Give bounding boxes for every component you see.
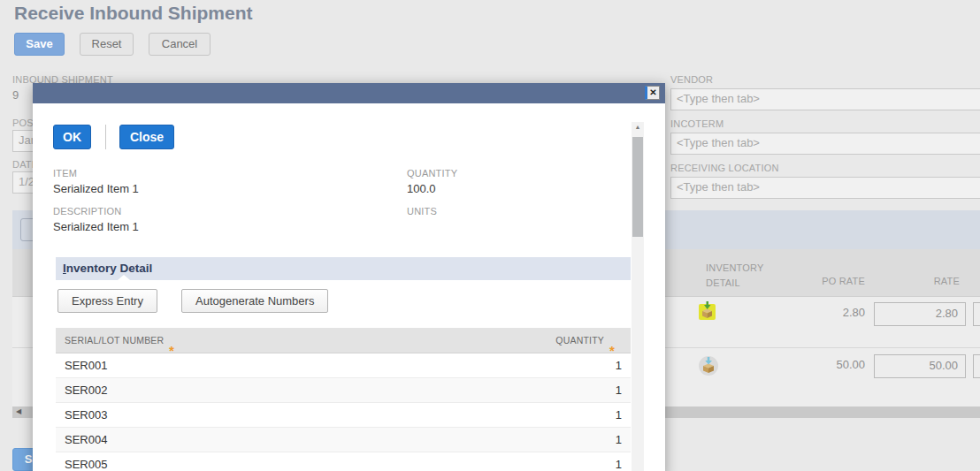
quantity-cell: 1 <box>616 384 622 397</box>
serial-table-body: SER0011SER0021SER0031SER0041SER0051 <box>56 353 631 471</box>
po-rate-value: 2.80 <box>796 306 865 319</box>
quantity-column-header: QUANTITY <box>555 335 604 346</box>
incoterm-label: INCOTERM <box>670 118 724 129</box>
scroll-left-icon[interactable]: ◀ <box>16 407 21 415</box>
dialog-tabstrip: Inventory Detail <box>56 257 631 280</box>
inventory-detail-assigned-icon[interactable] <box>698 300 716 324</box>
item-label: ITEM <box>53 168 77 179</box>
serial-lot-number-column-header: SERIAL/LOT NUMBER <box>65 335 164 346</box>
clipped-input[interactable] <box>973 354 980 378</box>
serial-table-row[interactable]: SER0041 <box>56 428 631 452</box>
cancel-button[interactable]: Cancel <box>149 33 211 56</box>
close-button[interactable]: Close <box>119 125 174 149</box>
serial-table-header: SERIAL/LOT NUMBER * QUANTITY * <box>56 328 631 353</box>
page-title: Receive Inbound Shipment <box>14 3 253 24</box>
receive-inbound-shipment-page: Receive Inbound Shipment Save Reset Canc… <box>0 0 980 471</box>
save-button[interactable]: Save <box>14 33 65 56</box>
serial-table-row[interactable]: SER0011 <box>56 353 631 378</box>
autogenerate-numbers-button[interactable]: Autogenerate Numbers <box>181 289 328 313</box>
rate-column-header: RATE <box>893 276 960 286</box>
po-rate-column-header: PO RATE <box>796 276 865 286</box>
ok-button[interactable]: OK <box>53 125 91 149</box>
express-entry-button[interactable]: Express Entry <box>57 289 157 313</box>
inventory-detail-dialog: ✕ OK Close ITEM Serialized Item 1 QUANTI… <box>33 83 665 471</box>
dialog-titlebar: ✕ <box>33 83 665 103</box>
inventory-detail-column-header: INVENTORY DETAIL <box>706 261 777 291</box>
reset-button[interactable]: Reset <box>80 33 134 56</box>
serial-number-cell: SER005 <box>65 458 107 471</box>
scrollbar-thumb[interactable] <box>632 137 643 237</box>
units-label: UNITS <box>407 206 437 217</box>
serial-number-cell: SER003 <box>65 408 107 422</box>
receiving-location-input[interactable]: <Type then tab> <box>670 177 980 199</box>
po-rate-value: 50.00 <box>796 358 865 371</box>
quantity-cell: 1 <box>616 458 622 471</box>
active-tab-notch <box>118 275 130 280</box>
button-divider <box>105 125 106 149</box>
clipped-input[interactable] <box>973 302 980 326</box>
serial-table: SERIAL/LOT NUMBER * QUANTITY * SER0011SE… <box>56 328 631 471</box>
tab-inventory-detail[interactable]: Inventory Detail <box>63 262 152 275</box>
description-label: DESCRIPTION <box>53 206 121 217</box>
quantity-cell: 1 <box>616 408 622 422</box>
receiving-location-label: RECEIVING LOCATION <box>670 163 779 173</box>
serial-table-row[interactable]: SER0031 <box>56 403 631 428</box>
incoterm-input[interactable]: <Type then tab> <box>670 133 980 155</box>
quantity-value: 100.0 <box>407 182 436 195</box>
quantity-cell: 1 <box>616 433 622 446</box>
quantity-label: QUANTITY <box>407 168 457 179</box>
description-value: Serialized Item 1 <box>53 220 139 233</box>
rate-input[interactable]: 50.00 <box>874 354 966 378</box>
quantity-cell: 1 <box>616 359 622 372</box>
vendor-input[interactable]: <Type then tab> <box>670 88 980 110</box>
item-value: Serialized Item 1 <box>53 182 139 195</box>
rate-input[interactable]: 2.80 <box>874 302 966 326</box>
serial-table-row[interactable]: SER0051 <box>56 452 631 471</box>
serial-number-cell: SER002 <box>65 384 107 397</box>
close-icon[interactable]: ✕ <box>645 86 660 100</box>
serial-table-row[interactable]: SER0021 <box>56 378 631 403</box>
serial-number-cell: SER004 <box>65 433 107 446</box>
vendor-label: VENDOR <box>670 74 713 85</box>
scroll-up-icon[interactable]: ▲ <box>632 124 644 130</box>
inventory-detail-icon[interactable] <box>698 354 719 380</box>
serial-number-cell: SER001 <box>65 359 107 372</box>
inbound-shipment-value: 9 <box>12 88 19 102</box>
dialog-scrollbar[interactable]: ▲ <box>632 122 644 471</box>
